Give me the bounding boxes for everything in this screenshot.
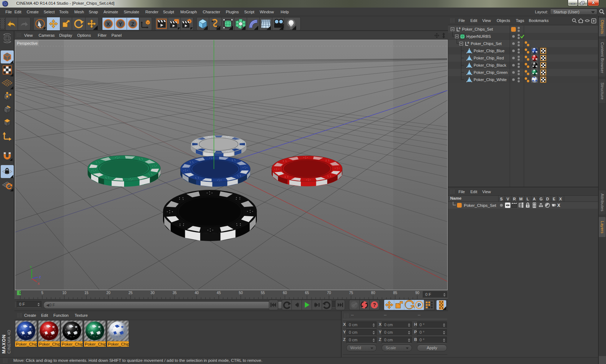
svg-text:X: X [557, 203, 560, 208]
svg-text:Poker_Chip: Poker_Chip [108, 342, 129, 346]
svg-text:L: L [527, 197, 529, 201]
svg-text:15: 15 [84, 291, 89, 295]
svg-text:Poker_Chip_Blue: Poker_Chip_Blue [474, 49, 505, 53]
svg-text:S: S [500, 197, 502, 201]
svg-text:R: R [513, 197, 516, 201]
svg-text:Perspective: Perspective [17, 41, 38, 45]
svg-text:A: A [533, 197, 536, 201]
svg-text:75: 75 [349, 291, 354, 295]
svg-text:60: 60 [283, 291, 287, 295]
svg-text:Z: Z [39, 275, 41, 279]
svg-text:80: 80 [371, 291, 376, 295]
svg-text:X: X [559, 197, 562, 201]
svg-text:85: 85 [393, 291, 398, 295]
svg-text:P: P [418, 302, 421, 308]
svg-text:0: 0 [19, 291, 21, 295]
svg-text:65: 65 [305, 291, 309, 295]
svg-text:0: 0 [459, 27, 461, 30]
svg-text:45: 45 [217, 291, 221, 295]
svg-text:E: E [553, 197, 555, 201]
svg-text:0: 0 [467, 41, 469, 44]
svg-text:Poker_Chip: Poker_Chip [39, 342, 61, 346]
svg-text:Poker_Chip_White: Poker_Chip_White [474, 77, 507, 82]
svg-text:D: D [546, 197, 549, 201]
svg-text:Poker_Chip: Poker_Chip [16, 342, 38, 346]
svg-text:Poker_Chip_Black: Poker_Chip_Black [474, 63, 506, 67]
svg-text:HyperNURBS: HyperNURBS [466, 34, 491, 39]
svg-text:Poker_Chip: Poker_Chip [62, 342, 83, 346]
svg-text:25: 25 [128, 291, 133, 295]
svg-text:V: V [506, 197, 509, 201]
svg-text:?: ? [373, 302, 376, 308]
svg-text:Poker_Chips_Set: Poker_Chips_Set [471, 41, 502, 46]
svg-text:X: X [106, 21, 110, 27]
svg-text:20: 20 [106, 291, 111, 295]
svg-text:40: 40 [195, 291, 199, 295]
svg-text:Poker_Chips_Set: Poker_Chips_Set [462, 27, 493, 31]
svg-text:35: 35 [173, 291, 177, 295]
svg-text:Poker_Chip: Poker_Chip [85, 342, 106, 346]
svg-text:Poker_Chip_Red: Poker_Chip_Red [474, 56, 504, 60]
svg-text:70: 70 [327, 291, 331, 295]
svg-text:X: X [38, 282, 40, 285]
svg-text:30: 30 [150, 291, 155, 295]
svg-text:Y: Y [30, 265, 32, 269]
svg-text:M: M [519, 197, 522, 201]
svg-text:Z: Z [131, 21, 135, 27]
svg-text:5: 5 [41, 291, 43, 295]
svg-text:50: 50 [239, 291, 243, 295]
svg-text:Y: Y [119, 21, 122, 27]
svg-text:G: G [540, 197, 543, 201]
svg-text:Poker_Chips_Set: Poker_Chips_Set [464, 203, 496, 208]
svg-text:10: 10 [62, 291, 67, 295]
svg-text:90: 90 [415, 291, 420, 295]
svg-text:55: 55 [261, 291, 265, 295]
svg-text:Poker_Chip_Green: Poker_Chip_Green [474, 70, 508, 75]
